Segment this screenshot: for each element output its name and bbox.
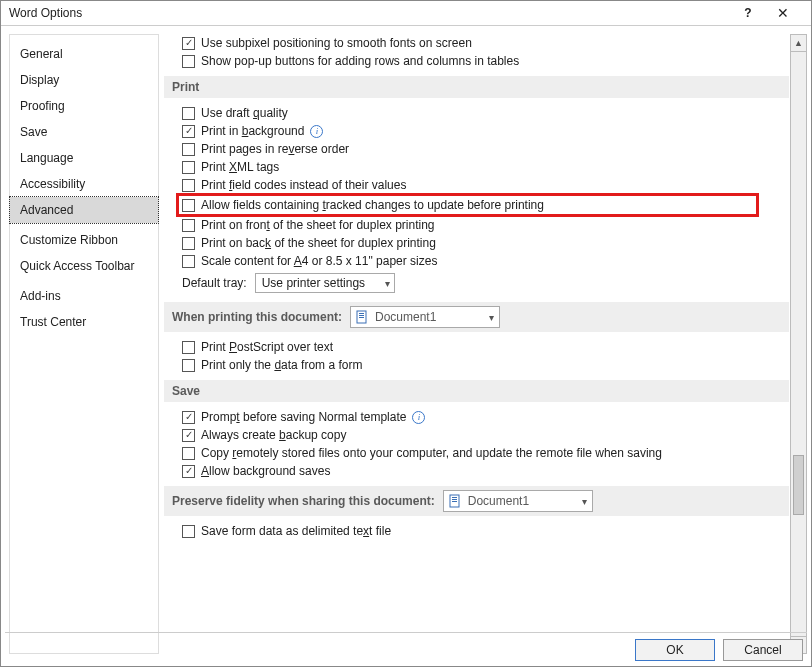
top-option-row: Use subpixel positioning to smooth fonts… [182,34,789,52]
sidebar-item-save[interactable]: Save [10,119,158,145]
info-icon[interactable]: i [310,125,323,138]
print-options: Use draft qualityPrint in backgroundiPri… [164,104,789,270]
info-icon[interactable]: i [412,411,425,424]
button-bar-separator [5,632,807,633]
top-options: Use subpixel positioning to smooth fonts… [164,34,789,70]
section-header-print: Print [164,76,789,98]
option-label[interactable]: Print on front of the sheet for duplex p… [201,218,435,232]
option-label[interactable]: Print on back of the sheet for duplex pr… [201,236,436,250]
option-label[interactable]: Scale content for A4 or 8.5 x 11" paper … [201,254,437,268]
close-button[interactable]: ✕ [763,5,803,21]
printdoc-option-row: Print only the data from a form [182,356,789,374]
section-title: Print [172,80,199,94]
option-label[interactable]: Print XML tags [201,160,279,174]
checkbox[interactable] [182,429,195,442]
option-label[interactable]: Print field codes instead of their value… [201,178,406,192]
sidebar-item-advanced[interactable]: Advanced [10,197,158,223]
checkbox[interactable] [182,161,195,174]
option-label[interactable]: Print in background [201,124,304,138]
print-option-row: Scale content for A4 or 8.5 x 11" paper … [182,252,789,270]
top-option-row: Show pop-up buttons for adding rows and … [182,52,789,70]
option-label[interactable]: Allow fields containing tracked changes … [201,198,544,212]
sidebar-item-customize-ribbon[interactable]: Customize Ribbon [10,227,158,253]
titlebar: Word Options ? ✕ [1,1,811,26]
print-doc-value: Document1 [375,310,436,324]
sidebar-item-quick-access-toolbar[interactable]: Quick Access Toolbar [10,253,158,279]
default-tray-select[interactable]: Use printer settings [255,273,395,293]
sidebar-item-general[interactable]: General [10,41,158,67]
sidebar-item-language[interactable]: Language [10,145,158,171]
checkbox[interactable] [182,125,195,138]
preserve-doc-value: Document1 [468,494,529,508]
svg-rect-6 [452,499,457,500]
printdoc-option-row: Print PostScript over text [182,338,789,356]
checkbox[interactable] [182,199,195,212]
section-header-print-doc: When printing this document: Document1 [164,302,789,332]
vertical-scrollbar[interactable]: ▲ ▼ [790,34,807,654]
sidebar-item-accessibility[interactable]: Accessibility [10,171,158,197]
document-icon [355,310,369,324]
scroll-thumb[interactable] [793,455,804,515]
preserve-doc-select[interactable]: Document1 [443,490,593,512]
button-bar: OK Cancel [635,639,803,661]
preserve-options: Save form data as delimited text file [164,522,789,540]
checkbox[interactable] [182,341,195,354]
print-doc-select[interactable]: Document1 [350,306,500,328]
help-button[interactable]: ? [733,6,763,20]
section-title: Preserve fidelity when sharing this docu… [172,494,435,508]
option-label[interactable]: Show pop-up buttons for adding rows and … [201,54,519,68]
checkbox[interactable] [182,447,195,460]
sidebar-item-add-ins[interactable]: Add-ins [10,283,158,309]
checkbox[interactable] [182,237,195,250]
option-label[interactable]: Use draft quality [201,106,288,120]
option-label[interactable]: Print only the data from a form [201,358,362,372]
option-label[interactable]: Always create backup copy [201,428,346,442]
option-label[interactable]: Copy remotely stored files onto your com… [201,446,662,460]
checkbox[interactable] [182,143,195,156]
dialog-body: GeneralDisplayProofingSaveLanguageAccess… [1,26,811,633]
ok-label: OK [666,643,683,657]
document-icon [448,494,462,508]
option-label[interactable]: Print pages in reverse order [201,142,349,156]
checkbox[interactable] [182,255,195,268]
save-option-row: Copy remotely stored files onto your com… [182,444,789,462]
scroll-up-arrow[interactable]: ▲ [791,35,806,52]
option-label[interactable]: Allow background saves [201,464,330,478]
sidebar: GeneralDisplayProofingSaveLanguageAccess… [9,34,159,654]
section-header-preserve: Preserve fidelity when sharing this docu… [164,486,789,516]
save-option-row: Prompt before saving Normal templatei [182,408,789,426]
option-label[interactable]: Print PostScript over text [201,340,333,354]
checkbox[interactable] [182,55,195,68]
svg-rect-5 [452,497,457,498]
sidebar-item-proofing[interactable]: Proofing [10,93,158,119]
checkbox[interactable] [182,525,195,538]
checkbox[interactable] [182,465,195,478]
checkbox[interactable] [182,219,195,232]
cancel-button[interactable]: Cancel [723,639,803,661]
ok-button[interactable]: OK [635,639,715,661]
option-label[interactable]: Use subpixel positioning to smooth fonts… [201,36,472,50]
print-option-row: Print XML tags [182,158,789,176]
checkbox[interactable] [182,411,195,424]
print-option-row: Print in backgroundi [182,122,789,140]
save-option-row: Allow background saves [182,462,789,480]
default-tray-row: Default tray: Use printer settings [182,270,789,296]
checkbox[interactable] [182,359,195,372]
checkbox[interactable] [182,179,195,192]
checkbox[interactable] [182,37,195,50]
svg-rect-3 [359,317,364,318]
preserve-option-row: Save form data as delimited text file [182,522,789,540]
sidebar-item-display[interactable]: Display [10,67,158,93]
print-option-row: Allow fields containing tracked changes … [178,195,757,215]
section-header-save: Save [164,380,789,402]
svg-rect-7 [452,501,457,502]
print-option-row: Print field codes instead of their value… [182,176,789,194]
option-label[interactable]: Save form data as delimited text file [201,524,391,538]
content-scroll-area: Use subpixel positioning to smooth fonts… [164,34,807,654]
sidebar-item-trust-center[interactable]: Trust Center [10,309,158,335]
checkbox[interactable] [182,107,195,120]
svg-rect-1 [359,313,364,314]
section-title: When printing this document: [172,310,342,324]
content-wrap: Use subpixel positioning to smooth fonts… [164,34,807,629]
option-label[interactable]: Prompt before saving Normal template [201,410,406,424]
